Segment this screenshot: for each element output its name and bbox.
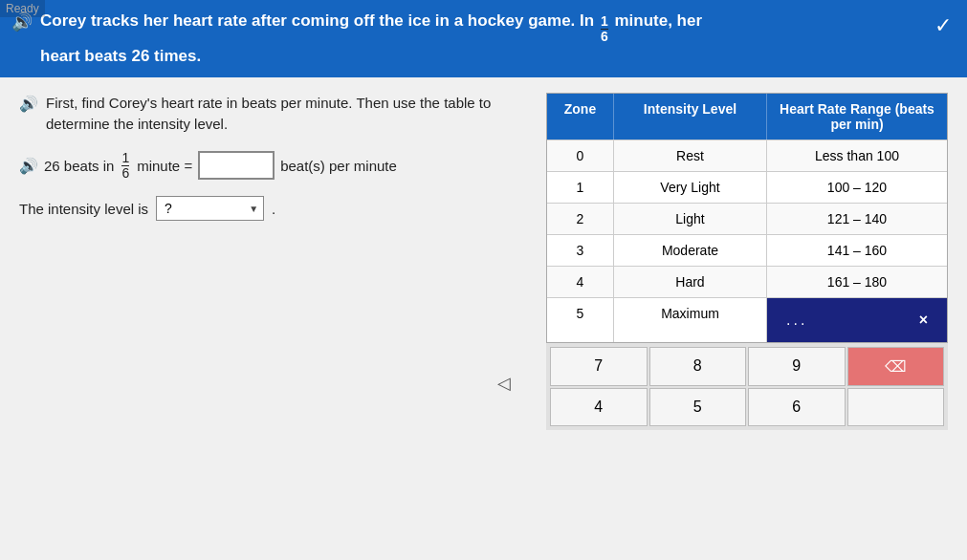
- fraction-numerator: 1: [601, 14, 608, 29]
- numpad-empty-1: [847, 388, 945, 426]
- frac-den-b: 6: [121, 166, 129, 181]
- cell-zone-4: 4: [547, 267, 614, 297]
- cell-intensity-4: Hard: [614, 267, 767, 297]
- table-row: 0 Rest Less than 100: [547, 140, 947, 171]
- cell-zone-1: 1: [547, 172, 614, 203]
- beats-answer-input[interactable]: [198, 151, 275, 180]
- instruction-text: First, find Corey's heart rate in beats …: [46, 93, 527, 136]
- col-header-intensity: Intensity Level: [614, 94, 767, 140]
- intensity-label: The intensity level is: [19, 201, 148, 217]
- top-bar-content: 🔊 Corey tracks her heart rate after comi…: [11, 10, 934, 68]
- left-panel: 🔊 First, find Corey's heart rate in beat…: [19, 93, 527, 553]
- table-row: 5 Maximum ... ×: [547, 297, 947, 342]
- cell-intensity-2: Light: [614, 204, 767, 234]
- fraction-1-6: 1 6: [601, 14, 608, 45]
- intensity-table: Zone Intensity Level Heart Rate Range (b…: [546, 93, 948, 343]
- fraction-1-6-b: 1 6: [121, 151, 129, 182]
- cursor-arrow-icon: ◁: [497, 373, 511, 394]
- table-row: 3 Moderate 141 – 160: [547, 234, 947, 266]
- beats-input-row: 🔊 26 beats in 1 6 minute = beat(s) per m…: [19, 151, 527, 182]
- chevron-down-icon[interactable]: ✓: [934, 13, 952, 38]
- problem-line2: heart beats 26 times.: [40, 45, 702, 68]
- right-panel: Zone Intensity Level Heart Rate Range (b…: [546, 93, 948, 553]
- cell-range-0: Less than 100: [767, 140, 947, 171]
- popup-header: ... ×: [777, 306, 937, 334]
- table-row: 2 Light 121 – 140: [547, 203, 947, 234]
- intensity-row: The intensity level is ? 0 - Rest 1 - Ve…: [19, 196, 527, 221]
- numpad-backspace[interactable]: ⌫: [847, 347, 945, 386]
- numpad-7[interactable]: 7: [550, 347, 648, 386]
- cell-zone-5: 5: [547, 298, 614, 342]
- cell-range-2: 121 – 140: [767, 204, 947, 234]
- period-label: .: [272, 201, 275, 217]
- popup-dots: ...: [786, 312, 807, 329]
- intensity-dropdown-wrapper[interactable]: ? 0 - Rest 1 - Very Light 2 - Light 3 - …: [156, 196, 264, 221]
- cell-intensity-3: Moderate: [614, 235, 767, 266]
- cell-range-3: 141 – 160: [767, 235, 947, 266]
- numpad-8[interactable]: 8: [649, 347, 747, 386]
- beats-label-2: minute =: [137, 158, 192, 174]
- frac-num-b: 1: [121, 151, 129, 165]
- cell-range-1: 100 – 120: [767, 172, 947, 203]
- main-content: 🔊 First, find Corey's heart rate in beat…: [0, 77, 967, 560]
- fraction-denominator: 6: [601, 30, 608, 44]
- popup-close-button[interactable]: ×: [919, 312, 928, 329]
- table-row: 1 Very Light 100 – 120: [547, 171, 947, 203]
- col-header-zone: Zone: [547, 94, 614, 140]
- numpad-6[interactable]: 6: [748, 388, 846, 426]
- speaker-icon-2[interactable]: 🔊: [19, 95, 38, 113]
- intensity-dropdown[interactable]: ? 0 - Rest 1 - Very Light 2 - Light 3 - …: [156, 196, 264, 221]
- cell-range-4: 161 – 180: [767, 267, 947, 297]
- problem-statement: Corey tracks her heart rate after coming…: [40, 10, 702, 68]
- numpad-4[interactable]: 4: [550, 388, 648, 426]
- numpad-5[interactable]: 5: [649, 388, 747, 426]
- top-bar: 🔊 Corey tracks her heart rate after comi…: [0, 0, 967, 77]
- cell-intensity-1: Very Light: [614, 172, 767, 203]
- problem-line1: Corey tracks her heart rate after coming…: [40, 10, 702, 45]
- numpad: 7 8 9 ⌫ 4 5 6: [546, 343, 948, 430]
- cell-intensity-0: Rest: [614, 140, 767, 171]
- ready-label: Ready: [0, 0, 45, 17]
- cell-zone-2: 2: [547, 204, 614, 234]
- cell-zone-3: 3: [547, 235, 614, 266]
- cell-intensity-5: Maximum: [614, 298, 767, 342]
- cell-range-5: ... ×: [767, 298, 947, 342]
- numpad-9[interactable]: 9: [748, 347, 846, 386]
- problem-text-2: minute, her: [614, 11, 702, 30]
- cell-zone-0: 0: [547, 140, 614, 171]
- table-header: Zone Intensity Level Heart Rate Range (b…: [547, 94, 947, 140]
- problem-text-1: Corey tracks her heart rate after coming…: [40, 11, 599, 30]
- beats-label-1: 26 beats in: [44, 158, 114, 174]
- beats-label-3: beat(s) per minute: [280, 158, 397, 174]
- table-row: 4 Hard 161 – 180: [547, 266, 947, 297]
- speaker-icon-3[interactable]: 🔊: [19, 157, 38, 175]
- question-block: 🔊 First, find Corey's heart rate in beat…: [19, 93, 527, 136]
- col-header-range: Heart Rate Range (beats per min): [767, 94, 947, 140]
